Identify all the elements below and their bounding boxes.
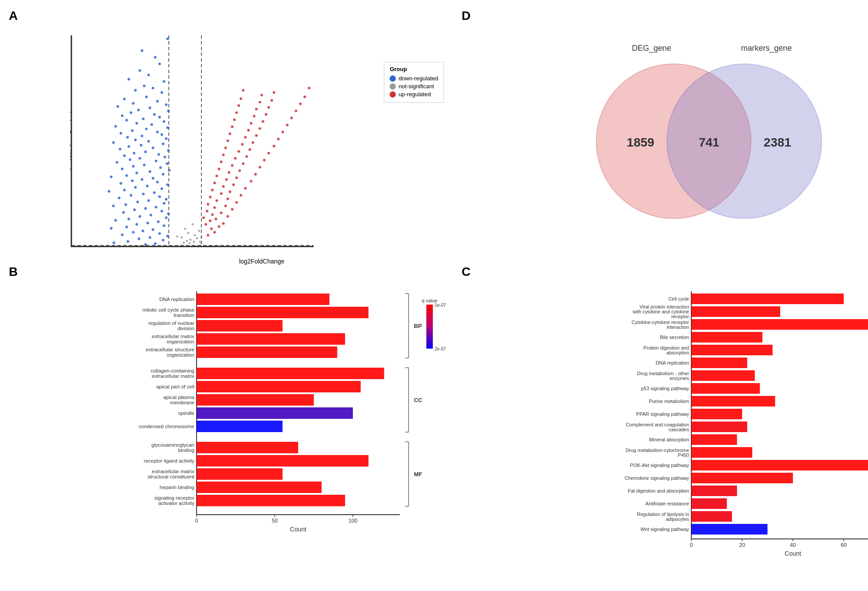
svg-rect-360 (691, 498, 727, 509)
svg-point-113 (152, 228, 154, 231)
svg-point-172 (235, 177, 238, 179)
svg-point-195 (244, 136, 247, 139)
svg-point-132 (200, 237, 202, 239)
svg-point-219 (260, 94, 263, 96)
svg-point-197 (229, 132, 231, 135)
svg-rect-289 (197, 482, 322, 493)
svg-rect-340 (691, 383, 760, 394)
svg-point-141 (207, 234, 209, 237)
svg-point-187 (238, 150, 240, 153)
svg-point-210 (295, 109, 297, 112)
volcano-x-axis-label: log2FoldChange (239, 258, 284, 265)
svg-point-96 (155, 206, 157, 208)
svg-point-128 (198, 230, 200, 232)
svg-point-8 (158, 63, 161, 65)
svg-rect-351 (691, 447, 752, 458)
svg-text:2e-07: 2e-07 (435, 346, 446, 351)
svg-point-104 (165, 216, 167, 219)
svg-text:Wnt signaling pathway: Wnt signaling pathway (641, 527, 690, 532)
svg-rect-257 (197, 307, 368, 318)
svg-rect-362 (691, 511, 732, 522)
svg-rect-255 (197, 294, 330, 305)
legend-down-label: down-regulated (398, 75, 438, 82)
svg-point-168 (232, 184, 235, 186)
up-dot (390, 91, 396, 98)
svg-text:Count: Count (785, 550, 801, 557)
svg-point-86 (142, 193, 144, 196)
svg-point-17 (145, 95, 148, 98)
svg-text:Purine metabolism: Purine metabolism (649, 399, 689, 404)
svg-point-140 (189, 242, 191, 245)
svg-text:receptor: receptor (671, 314, 690, 319)
svg-point-22 (117, 105, 119, 108)
svg-point-176 (239, 169, 241, 172)
svg-text:extracellular matrix: extracellular matrix (152, 373, 195, 379)
svg-point-56 (157, 153, 160, 156)
svg-point-108 (146, 222, 149, 224)
svg-point-75 (140, 178, 143, 181)
svg-point-154 (231, 208, 234, 211)
svg-point-200 (258, 127, 261, 130)
svg-text:p53 signaling pathway: p53 signaling pathway (641, 386, 689, 391)
svg-point-161 (209, 196, 212, 198)
svg-text:0: 0 (690, 542, 693, 548)
svg-text:DNA replication: DNA replication (656, 360, 689, 365)
svg-point-162 (240, 194, 243, 196)
svg-point-65 (132, 165, 135, 168)
svg-text:organization: organization (167, 352, 194, 358)
svg-point-63 (166, 162, 168, 165)
svg-point-124 (154, 242, 156, 245)
svg-point-93 (163, 202, 165, 204)
svg-point-136 (186, 240, 188, 242)
svg-text:Chemokine signaling pathway: Chemokine signaling pathway (625, 475, 690, 481)
legend-item-up: up-regulated (390, 91, 438, 98)
svg-rect-342 (691, 396, 775, 407)
svg-point-85 (153, 192, 155, 194)
svg-point-155 (213, 206, 216, 209)
svg-point-13 (143, 85, 145, 87)
svg-text:MF: MF (414, 471, 422, 478)
svg-point-78 (120, 182, 122, 185)
svg-point-125 (144, 243, 147, 246)
svg-point-209 (235, 111, 238, 114)
svg-point-43 (126, 136, 129, 139)
svg-point-221 (242, 89, 245, 91)
svg-point-120 (138, 237, 140, 240)
svg-point-211 (255, 108, 258, 110)
svg-text:50: 50 (272, 518, 278, 524)
svg-point-12 (163, 80, 165, 83)
svg-point-71 (162, 173, 164, 176)
svg-point-149 (202, 216, 205, 219)
svg-text:40: 40 (790, 542, 796, 548)
svg-text:Fat digestion and absorption: Fat digestion and absorption (628, 488, 689, 493)
svg-text:regulation of nuclear: regulation of nuclear (148, 320, 194, 326)
svg-rect-321 (691, 294, 844, 304)
svg-point-57 (123, 154, 126, 157)
svg-point-82 (160, 188, 163, 190)
svg-point-178 (258, 166, 261, 169)
svg-point-118 (166, 235, 169, 237)
panel-d-label: D (462, 9, 470, 23)
panel-c-label: C (462, 265, 470, 279)
svg-point-177 (218, 168, 220, 170)
svg-point-107 (157, 220, 159, 223)
svg-point-103 (139, 215, 141, 218)
svg-rect-327 (691, 319, 868, 330)
svg-point-212 (267, 106, 270, 109)
svg-point-199 (247, 129, 250, 132)
svg-text:extracellular matrix: extracellular matrix (152, 334, 195, 339)
svg-point-52 (119, 148, 121, 151)
svg-point-49 (140, 144, 143, 147)
svg-point-25 (167, 109, 170, 112)
svg-point-19 (156, 100, 159, 102)
svg-point-182 (263, 159, 265, 162)
svg-point-117 (121, 233, 124, 236)
svg-text:enzymes: enzymes (670, 376, 690, 381)
svg-point-180 (242, 162, 245, 165)
legend-up-label: up-regulated (398, 91, 431, 98)
svg-text:extracellular structure: extracellular structure (146, 347, 194, 352)
svg-point-130 (193, 234, 196, 237)
svg-text:spindle: spindle (178, 410, 194, 416)
svg-point-88 (158, 195, 161, 198)
volcano-plot: 0 50 100 150 200 -5 0 5 (71, 35, 314, 247)
